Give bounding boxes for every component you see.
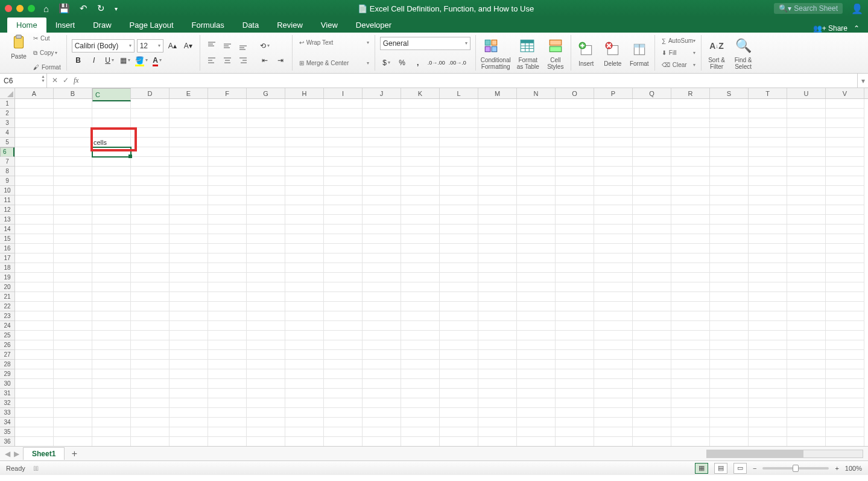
cell[interactable] (363, 302, 401, 311)
cell[interactable] (15, 418, 54, 427)
cell[interactable] (131, 99, 169, 109)
cell[interactable] (285, 196, 324, 205)
cell[interactable] (787, 360, 826, 369)
cell[interactable] (401, 389, 440, 398)
cell[interactable] (247, 321, 285, 331)
cell[interactable] (440, 244, 478, 253)
cell[interactable] (787, 244, 826, 253)
cell[interactable] (749, 273, 787, 282)
cell[interactable] (401, 398, 440, 408)
cell[interactable] (169, 263, 208, 273)
cell[interactable] (208, 234, 247, 244)
cell[interactable] (401, 408, 440, 418)
cell[interactable] (710, 331, 749, 340)
cell[interactable] (54, 244, 92, 253)
cell[interactable] (749, 157, 787, 167)
row-header[interactable]: 15 (0, 234, 14, 244)
cell[interactable] (54, 128, 92, 138)
cell[interactable] (363, 138, 401, 147)
increase-decimal-icon[interactable]: .0→.00 (427, 56, 446, 69)
cell[interactable] (671, 186, 710, 196)
cell[interactable] (787, 109, 826, 118)
select-all-corner[interactable] (0, 88, 15, 99)
column-header[interactable]: A (15, 88, 54, 98)
cell[interactable] (363, 253, 401, 263)
cell[interactable] (363, 215, 401, 225)
cell[interactable] (15, 389, 54, 398)
format-as-table-icon[interactable] (517, 36, 537, 56)
cell[interactable] (208, 225, 247, 234)
cell[interactable] (169, 292, 208, 302)
cell[interactable] (787, 427, 826, 437)
cell[interactable] (556, 273, 594, 282)
cell[interactable] (826, 215, 864, 225)
add-sheet-icon[interactable]: + (68, 448, 80, 460)
cell[interactable] (247, 418, 285, 427)
cell[interactable] (401, 157, 440, 167)
cell[interactable] (54, 99, 92, 109)
cell[interactable] (710, 263, 749, 273)
cell[interactable] (787, 263, 826, 273)
cell[interactable] (324, 340, 363, 350)
cell[interactable] (556, 109, 594, 118)
cell[interactable] (131, 292, 169, 302)
row-header[interactable]: 19 (0, 273, 14, 282)
cell[interactable] (440, 215, 478, 225)
cell[interactable] (787, 418, 826, 427)
cell[interactable] (247, 398, 285, 408)
cell[interactable] (556, 340, 594, 350)
cell[interactable] (285, 321, 324, 331)
cell[interactable] (826, 138, 864, 147)
cell[interactable] (247, 282, 285, 292)
cell[interactable] (594, 225, 633, 234)
cell[interactable] (92, 369, 131, 379)
redo-icon[interactable]: ↻ (97, 3, 105, 14)
cell[interactable] (247, 311, 285, 321)
cell[interactable] (710, 253, 749, 263)
cell[interactable] (556, 118, 594, 128)
cell[interactable] (440, 340, 478, 350)
cell[interactable] (131, 118, 169, 128)
cell[interactable] (169, 427, 208, 437)
cell[interactable] (787, 398, 826, 408)
cell[interactable] (54, 176, 92, 186)
cell[interactable] (324, 118, 363, 128)
cell[interactable] (787, 205, 826, 215)
find-select-icon[interactable]: 🔍 (733, 36, 753, 56)
cell[interactable] (556, 99, 594, 109)
row-header[interactable]: 6 (0, 147, 14, 157)
cell[interactable] (54, 398, 92, 408)
cell[interactable] (478, 360, 517, 369)
cell[interactable] (556, 379, 594, 389)
row-headers[interactable]: 1234567891011121314151617181920212223242… (0, 99, 15, 446)
user-account-icon[interactable]: 👤 (851, 3, 863, 14)
cell[interactable] (92, 311, 131, 321)
cell[interactable] (749, 389, 787, 398)
cell[interactable] (324, 263, 363, 273)
tab-developer[interactable]: Developer (347, 18, 401, 33)
cell[interactable] (169, 167, 208, 176)
cell[interactable] (633, 253, 671, 263)
cell[interactable] (363, 340, 401, 350)
cell[interactable] (826, 176, 864, 186)
cell[interactable] (710, 99, 749, 109)
tab-data[interactable]: Data (233, 18, 268, 33)
cell[interactable] (440, 282, 478, 292)
cell[interactable] (826, 109, 864, 118)
comma-icon[interactable]: , (411, 56, 425, 69)
column-header[interactable]: C (92, 88, 131, 101)
cell[interactable] (787, 118, 826, 128)
tab-home[interactable]: Home (7, 18, 46, 33)
cell[interactable] (247, 118, 285, 128)
cell[interactable] (92, 360, 131, 369)
cell[interactable] (401, 379, 440, 389)
cell[interactable] (169, 138, 208, 147)
cell[interactable] (671, 99, 710, 109)
row-header[interactable]: 12 (0, 205, 14, 215)
column-header[interactable]: V (826, 88, 864, 98)
cell[interactable] (478, 157, 517, 167)
cell[interactable] (749, 263, 787, 273)
cell[interactable] (440, 331, 478, 340)
cell[interactable] (285, 331, 324, 340)
cell[interactable] (594, 273, 633, 282)
